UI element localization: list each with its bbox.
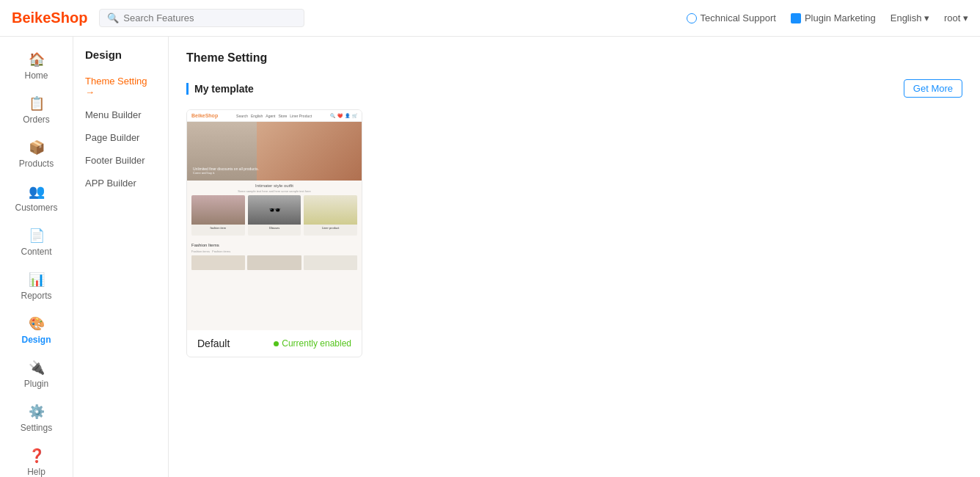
- sidebar-label-content: Content: [21, 247, 51, 257]
- mock-product-label-1: fashion item: [191, 225, 245, 230]
- sidebar-item-customers[interactable]: 👥 Customers: [0, 176, 73, 220]
- sidebar-label-customers: Customers: [15, 203, 57, 213]
- mock-logo: BeikeShop: [191, 113, 218, 118]
- template-info: Default Currently enabled: [187, 330, 362, 357]
- mock-product-img-2: 🕶️: [248, 195, 301, 225]
- mock-product-label-2: Glasses: [248, 225, 301, 230]
- status-dot: [274, 341, 279, 346]
- content-icon: 📄: [29, 227, 45, 244]
- plugin-marketing-icon: [791, 13, 801, 23]
- search-input[interactable]: [123, 12, 285, 23]
- sidebar-label-home: Home: [24, 70, 48, 81]
- settings-icon: ⚙️: [29, 404, 45, 420]
- sidebar: 🏠 Home📋 Orders📦 Products👥 Customers📄 Con…: [0, 37, 73, 477]
- header-right: Technical Support Plugin Marketing Engli…: [687, 12, 968, 23]
- sub-sidebar-item-footer-builder[interactable]: Footer Builder: [73, 149, 168, 172]
- mock-section-title: Intimater style outfit: [187, 181, 362, 189]
- mock-product-label-3: Liner product: [304, 225, 357, 230]
- mock-subtitle: Some sample text here and here some samp…: [187, 189, 362, 195]
- products-icon: 📦: [29, 139, 45, 156]
- layout: 🏠 Home📋 Orders📦 Products👥 Customers📄 Con…: [0, 37, 980, 477]
- technical-support-icon: [687, 13, 697, 23]
- sub-sidebar: Design Theme Setting →Menu BuilderPage B…: [73, 37, 169, 477]
- sidebar-item-plugin[interactable]: 🔌 Plugin: [0, 352, 73, 396]
- page-title: Theme Setting: [186, 51, 962, 65]
- mock-section2-title: Fashion Items: [191, 243, 357, 250]
- design-icon: 🎨: [29, 316, 45, 332]
- mock-products: fashion item 🕶️ Glasses Liner product: [187, 195, 362, 240]
- mock-item-3: [304, 255, 357, 270]
- get-more-button[interactable]: Get More: [904, 79, 962, 98]
- sub-sidebar-item-menu-builder[interactable]: Menu Builder: [73, 103, 168, 126]
- mock-nav: Search English Agent Store Liner Product: [236, 114, 312, 118]
- mock-item-1: [191, 255, 245, 270]
- main-content: Theme Setting My template Get More Beike…: [169, 37, 980, 477]
- mock-fashion-subtitle: Fashion items Fashion items: [191, 250, 357, 253]
- search-box[interactable]: 🔍: [99, 9, 304, 27]
- status-label: Currently enabled: [282, 338, 351, 349]
- sidebar-item-design[interactable]: 🎨 Design: [0, 308, 73, 352]
- section-header: My template Get More: [186, 79, 962, 98]
- orders-icon: 📋: [29, 95, 45, 112]
- customers-icon: 👥: [29, 183, 45, 200]
- sidebar-item-home[interactable]: 🏠 Home: [0, 44, 73, 88]
- mock-product-img-3: [304, 195, 357, 225]
- mock-hero: Unlimited finer discounts on all product…: [187, 122, 362, 181]
- mock-section2: Fashion Items Fashion items Fashion item…: [187, 240, 362, 273]
- mock-hero-text: Unlimited finer discounts on all product…: [193, 167, 259, 175]
- sub-sidebar-item-app-builder[interactable]: APP Builder: [73, 172, 168, 194]
- user-menu[interactable]: root ▾: [944, 12, 968, 23]
- sub-sidebar-title: Design: [73, 48, 168, 70]
- template-preview: BeikeShop Search English Agent Store Lin…: [187, 110, 362, 330]
- sidebar-label-design: Design: [21, 335, 51, 345]
- template-status: Currently enabled: [274, 338, 351, 349]
- template-card: BeikeShop Search English Agent Store Lin…: [186, 109, 362, 357]
- section-title: My template: [186, 83, 254, 95]
- mock-product-2: 🕶️ Glasses: [248, 195, 301, 236]
- sidebar-item-orders[interactable]: 📋 Orders: [0, 88, 73, 132]
- search-icon: 🔍: [107, 12, 119, 23]
- mock-product-1: fashion item: [191, 195, 245, 236]
- technical-support-label: Technical Support: [701, 12, 776, 23]
- mock-icons: 🔍 ❤️ 👤 🛒: [330, 113, 357, 118]
- sidebar-item-settings[interactable]: ⚙️ Settings: [0, 396, 73, 440]
- sub-sidebar-item-page-builder[interactable]: Page Builder: [73, 126, 168, 149]
- help-icon: ❓: [29, 448, 45, 464]
- template-name: Default: [197, 338, 230, 349]
- home-icon: 🏠: [29, 51, 45, 68]
- sidebar-label-plugin: Plugin: [24, 379, 48, 389]
- sidebar-label-help: Help: [27, 467, 45, 477]
- mock-product-3: Liner product: [304, 195, 357, 236]
- plugin-marketing-link[interactable]: Plugin Marketing: [791, 12, 876, 23]
- header: BeikeShop 🔍 Technical Support Plugin Mar…: [0, 0, 980, 37]
- sidebar-label-reports: Reports: [21, 291, 51, 301]
- sidebar-item-content[interactable]: 📄 Content: [0, 220, 73, 264]
- mock-items: [191, 255, 357, 270]
- mock-product-img-1: [191, 195, 245, 225]
- plugin-icon: 🔌: [29, 360, 45, 376]
- technical-support-link[interactable]: Technical Support: [687, 12, 776, 23]
- sidebar-item-products[interactable]: 📦 Products: [0, 132, 73, 176]
- logo[interactable]: BeikeShop: [12, 10, 87, 26]
- mock-item-2: [247, 255, 301, 270]
- mock-header: BeikeShop Search English Agent Store Lin…: [187, 110, 362, 122]
- plugin-marketing-label: Plugin Marketing: [805, 12, 876, 23]
- language-selector[interactable]: English ▾: [891, 12, 929, 23]
- sidebar-item-help[interactable]: ❓ Help: [0, 440, 73, 477]
- reports-icon: 📊: [29, 272, 45, 288]
- sidebar-item-reports[interactable]: 📊 Reports: [0, 264, 73, 308]
- sidebar-label-orders: Orders: [23, 114, 50, 125]
- sidebar-label-products: Products: [19, 159, 54, 169]
- sub-sidebar-item-theme-setting[interactable]: Theme Setting →: [73, 70, 168, 103]
- sidebar-label-settings: Settings: [21, 423, 52, 433]
